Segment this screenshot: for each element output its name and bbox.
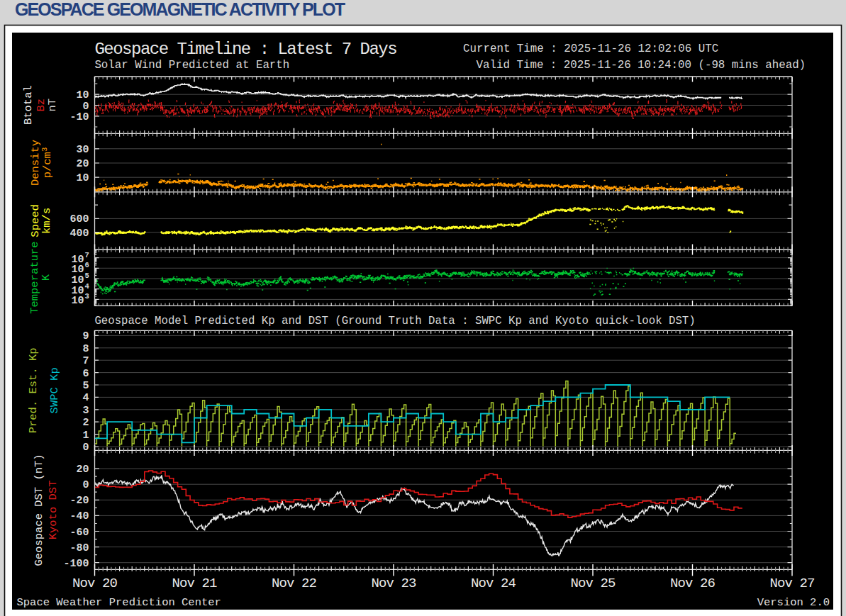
svg-text:8: 8 [82,343,89,355]
svg-text:SWPC Kp: SWPC Kp [48,367,61,413]
svg-text:Version 2.0: Version 2.0 [757,596,830,609]
svg-text:0: 0 [82,479,89,491]
svg-text:-100: -100 [63,558,89,570]
svg-text:Density: Density [29,140,42,186]
svg-text:1: 1 [82,430,89,442]
svg-text:0: 0 [82,442,89,454]
svg-text:-80: -80 [69,542,89,554]
svg-text:Nov 20: Nov 20 [72,576,118,591]
svg-text:10: 10 [76,172,89,184]
svg-text:GEOSPACE GEOMAGNETIC ACTIVITY: GEOSPACE GEOMAGNETIC ACTIVITY PLOT [15,0,345,19]
svg-text:Current Time : 2025-11-26 12:0: Current Time : 2025-11-26 12:02:06 UTC [463,43,718,55]
svg-text:Kyoto DST: Kyoto DST [47,481,60,540]
svg-text:4: 4 [85,282,89,291]
svg-text:Nov 25: Nov 25 [570,576,616,591]
svg-text:600: 600 [69,213,89,225]
svg-text:Solar Wind Predicted at Earth: Solar Wind Predicted at Earth [94,59,289,72]
svg-text:Nov 24: Nov 24 [471,576,516,591]
svg-text:2: 2 [82,417,89,429]
svg-text:7: 7 [82,355,89,367]
svg-text:20: 20 [76,464,89,476]
svg-text:Bz: Bz [35,99,48,112]
svg-text:-10: -10 [69,111,89,123]
svg-text:30: 30 [76,144,89,156]
svg-text:5: 5 [85,271,89,280]
svg-text:3: 3 [82,405,89,417]
svg-text:-60: -60 [69,527,89,539]
svg-text:Nov 22: Nov 22 [272,576,317,591]
svg-text:Nov 23: Nov 23 [371,576,416,591]
svg-text:6: 6 [85,261,89,269]
svg-text:Valid Time : 2025-11-26 10:24:: Valid Time : 2025-11-26 10:24:00 (-98 mi… [477,59,806,72]
svg-text:Btotal: Btotal [22,85,35,125]
svg-text:10: 10 [71,295,84,307]
svg-text:Pred. Est. Kp: Pred. Est. Kp [27,347,40,433]
svg-text:Geospace DST (nT): Geospace DST (nT) [33,454,45,566]
svg-text:K: K [40,274,52,281]
svg-text:20: 20 [76,158,89,170]
svg-text:Nov 26: Nov 26 [670,576,716,591]
svg-text:Nov 21: Nov 21 [172,576,217,591]
svg-text:400: 400 [69,228,89,240]
svg-text:nT: nT [46,99,59,112]
svg-text:km/s: km/s [40,208,53,234]
svg-text:6: 6 [82,368,89,380]
svg-text:Nov 27: Nov 27 [769,576,814,591]
svg-text:-20: -20 [69,495,89,507]
svg-text:5: 5 [82,380,89,392]
svg-text:Space Weather Prediction Cente: Space Weather Prediction Center [17,596,221,609]
svg-text:4: 4 [82,392,89,404]
svg-text:Geospace Model Predicted Kp an: Geospace Model Predicted Kp and DST (Gro… [94,315,695,327]
svg-text:9: 9 [82,330,89,342]
svg-text:Geospace Timeline : Latest 7 D: Geospace Timeline : Latest 7 Days [94,40,396,59]
svg-text:3: 3 [85,292,89,301]
svg-text:7: 7 [85,251,89,259]
svg-text:p/cm3: p/cm3 [40,147,54,179]
svg-text:-40: -40 [69,510,89,522]
